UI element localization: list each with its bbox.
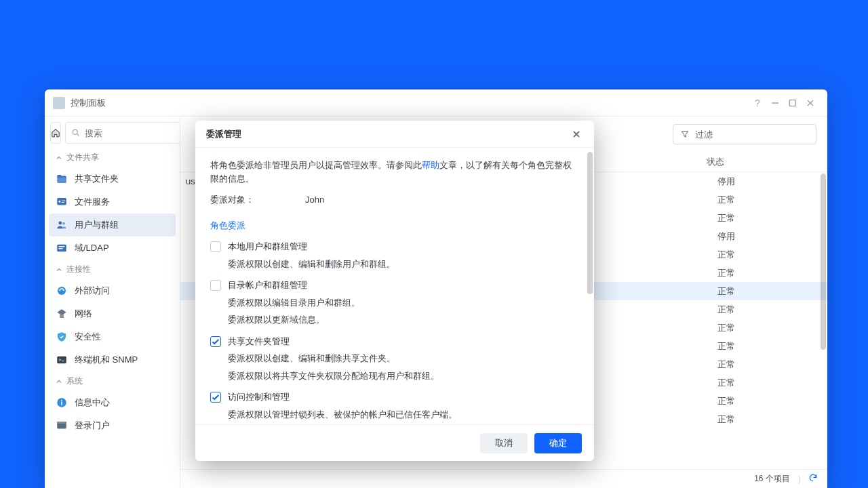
- help-button[interactable]: ?: [749, 94, 766, 112]
- permission-desc: 委派权限以创建、编辑和删除共享文件夹。: [228, 352, 579, 365]
- cell-status: 正常: [712, 359, 827, 371]
- permission-checkbox[interactable]: [210, 241, 221, 252]
- sidebar-item-domain[interactable]: 域/LDAP: [49, 237, 176, 260]
- filter-input-wrap[interactable]: [673, 124, 816, 144]
- dialog-intro: 将角色委派给非管理员用户以提高管理效率。请参阅此帮助文章，以了解有关每个角色完整…: [210, 159, 579, 185]
- permission-checkbox[interactable]: [210, 336, 221, 347]
- permission-desc: 委派权限以更新域信息。: [228, 313, 579, 327]
- sidebar-item-label: 信息中心: [75, 396, 110, 409]
- sidebar-item-external[interactable]: 外部访问: [49, 279, 176, 302]
- sidebar-item-terminal[interactable]: 终端机和 SNMP: [49, 348, 176, 371]
- search-icon: [71, 128, 81, 138]
- cell-status: 停用: [712, 176, 827, 188]
- sidebar-item-network[interactable]: 网络: [49, 302, 176, 325]
- permission-checkbox[interactable]: [210, 392, 221, 403]
- sidebar-item-security[interactable]: 安全性: [49, 325, 176, 348]
- network-icon: [56, 308, 68, 320]
- domain-icon: [56, 242, 68, 254]
- delegate-row: 委派对象： John: [210, 193, 579, 207]
- permission-title: 共享文件夹管理: [228, 335, 290, 348]
- sidebar-item-info[interactable]: 信息中心: [49, 391, 176, 414]
- permission-desc: 委派权限以创建、编辑和删除用户和群组。: [228, 258, 579, 271]
- confirm-button[interactable]: 确定: [534, 433, 582, 453]
- folder-icon: [56, 173, 68, 185]
- sidebar-item-label: 网络: [75, 308, 92, 320]
- svg-point-15: [58, 287, 66, 295]
- cell-status: 正常: [712, 322, 827, 334]
- permission-0: 本地用户和群组管理委派权限以创建、编辑和删除用户和群组。: [210, 240, 579, 270]
- svg-rect-9: [62, 202, 64, 203]
- app-icon: [53, 97, 65, 109]
- permission-desc: 委派权限以将共享文件夹权限分配给现有用户和群组。: [228, 369, 579, 383]
- dialog-close-button[interactable]: [570, 127, 583, 141]
- portal-icon: [56, 420, 68, 432]
- permission-3: 访问控制和管理委派权限以管理封锁列表、被保护的帐户和已信任客户端。: [210, 390, 579, 421]
- cell-status: 正常: [712, 377, 827, 389]
- cell-status: 停用: [712, 230, 827, 243]
- dialog-title: 委派管理: [206, 128, 241, 140]
- minimize-button[interactable]: [766, 94, 784, 112]
- permission-title: 目录帐户和群组管理: [228, 279, 307, 292]
- sidebar-group-2[interactable]: 系统: [49, 371, 176, 391]
- filter-input[interactable]: [695, 129, 809, 140]
- svg-rect-14: [59, 248, 63, 249]
- sidebar-item-label: 安全性: [75, 331, 101, 343]
- home-button[interactable]: [50, 122, 61, 144]
- sidebar-item-label: 用户与群组: [75, 219, 119, 231]
- delegate-label: 委派对象：: [210, 193, 305, 207]
- svg-rect-16: [60, 314, 64, 318]
- column-status[interactable]: 状态: [701, 156, 816, 168]
- permission-desc: 委派权限以管理封锁列表、被保护的帐户和已信任客户端。: [228, 408, 579, 422]
- help-link[interactable]: 帮助: [422, 160, 439, 170]
- svg-rect-17: [57, 357, 66, 364]
- sidebar-item-folder[interactable]: 共享文件夹: [49, 167, 176, 190]
- cell-status: 正常: [712, 249, 827, 261]
- svg-rect-20: [61, 402, 62, 405]
- permission-1: 目录帐户和群组管理委派权限以编辑目录用户和群组。委派权限以更新域信息。: [210, 279, 579, 327]
- cell-status: 正常: [712, 267, 827, 279]
- sidebar-item-label: 域/LDAP: [75, 242, 109, 254]
- cell-status: 正常: [712, 340, 827, 352]
- sidebar-item-label: 登录门户: [75, 420, 110, 432]
- permission-title: 本地用户和群组管理: [228, 240, 307, 253]
- scrollbar-thumb[interactable]: [821, 174, 826, 350]
- search-input-wrap[interactable]: [65, 122, 180, 144]
- cell-status: 正常: [712, 395, 827, 407]
- terminal-icon: [56, 354, 68, 366]
- fileservice-icon: [56, 196, 68, 208]
- svg-rect-6: [57, 198, 66, 205]
- cell-status: 正常: [712, 304, 827, 316]
- svg-point-21: [61, 400, 62, 401]
- sidebar-item-label: 终端机和 SNMP: [75, 354, 138, 366]
- titlebar: 控制面板 ?: [45, 89, 827, 117]
- sidebar-group-1[interactable]: 连接性: [49, 260, 176, 279]
- delegate-value: John: [305, 193, 579, 207]
- permission-2: 共享文件夹管理委派权限以创建、编辑和删除共享文件夹。委派权限以将共享文件夹权限分…: [210, 335, 579, 383]
- usergroup-icon: [56, 219, 68, 231]
- reload-button[interactable]: [808, 473, 818, 485]
- cancel-button[interactable]: 取消: [480, 433, 528, 453]
- maximize-button[interactable]: [784, 94, 802, 112]
- dialog-scrollbar-thumb[interactable]: [587, 152, 593, 294]
- search-input[interactable]: [85, 128, 180, 138]
- close-button[interactable]: [802, 94, 819, 112]
- section-role-delegation: 角色委派: [210, 219, 579, 232]
- permission-desc: 委派权限以编辑目录用户和群组。: [228, 296, 579, 310]
- cell-status: 正常: [712, 212, 827, 224]
- dialog-body: 将角色委派给非管理员用户以提高管理效率。请参阅此帮助文章，以了解有关每个角色完整…: [195, 148, 594, 424]
- permission-checkbox[interactable]: [210, 280, 221, 291]
- item-count: 16 个项目: [754, 473, 790, 485]
- svg-point-4: [73, 129, 77, 134]
- sidebar-item-portal[interactable]: 登录门户: [49, 414, 176, 437]
- svg-rect-13: [59, 246, 65, 247]
- security-icon: [56, 331, 68, 343]
- dialog-titlebar: 委派管理: [195, 121, 594, 148]
- svg-rect-8: [62, 201, 65, 201]
- cell-status: 正常: [712, 285, 827, 298]
- sidebar-group-0[interactable]: 文件共享: [49, 148, 176, 167]
- sidebar-item-usergroup[interactable]: 用户与群组: [49, 214, 176, 237]
- svg-line-5: [77, 134, 79, 136]
- dialog-footer: 取消 确定: [195, 424, 594, 461]
- chevron-up-icon: [56, 266, 62, 273]
- sidebar-item-fileservice[interactable]: 文件服务: [49, 190, 176, 214]
